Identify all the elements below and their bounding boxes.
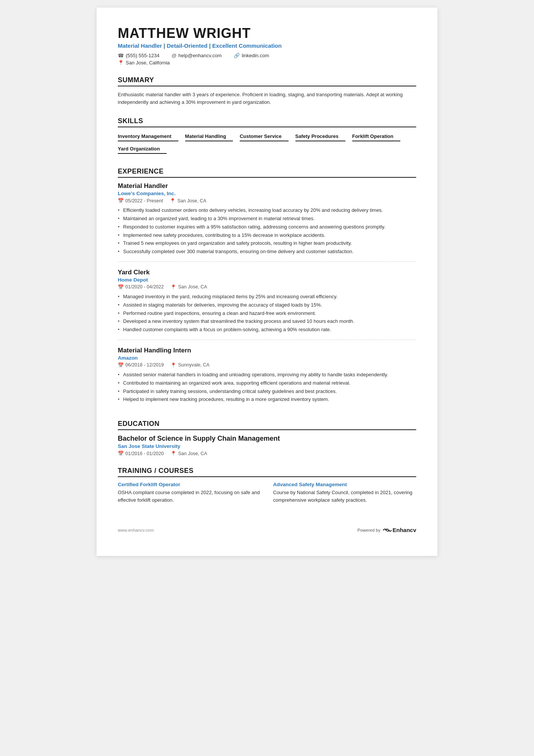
company-name-2: Home Depot xyxy=(118,277,416,283)
edu-location: 📍 San Jose, CA xyxy=(170,451,207,456)
edu-dates: 📅 01/2016 - 01/2020 xyxy=(118,451,164,456)
location-icon: 📍 xyxy=(170,451,176,456)
bullet-item: Implemented new safety procedures, contr… xyxy=(118,232,416,239)
calendar-icon: 📅 xyxy=(118,198,124,203)
bullet-item: Efficiently loaded customer orders onto … xyxy=(118,207,416,214)
bullet-item: Contributed to maintaining an organized … xyxy=(118,379,416,387)
bullet-item: Handled customer complaints with a focus… xyxy=(118,326,416,334)
phone-icon: ☎ xyxy=(118,53,124,58)
skill-item: Inventory Management xyxy=(118,132,178,141)
resume-document: MATTHEW WRIGHT Material Handler | Detail… xyxy=(97,8,437,556)
calendar-icon: 📅 xyxy=(118,284,124,290)
training-desc-1: OSHA compliant course completed in 2022,… xyxy=(118,489,261,504)
footer-brand: Powered by Enhancv xyxy=(358,527,416,533)
training-item-1: Certified Forklift Operator OSHA complia… xyxy=(118,482,261,504)
training-item-2: Advanced Safety Management Course by Nat… xyxy=(273,482,416,504)
company-name-1: Lowe's Companies, Inc. xyxy=(118,191,416,196)
summary-text: Enthusiastic material handler with 3 yea… xyxy=(118,91,416,107)
bullet-item: Assisted in staging materials for delive… xyxy=(118,301,416,309)
job-block-1: Material Handler Lowe's Companies, Inc. … xyxy=(118,182,416,262)
bullet-item: Developed a new inventory system that st… xyxy=(118,318,416,326)
bullet-item: Responded to customer inquiries with a 9… xyxy=(118,223,416,231)
job-meta-3: 📅 06/2018 - 12/2019 📍 Sunnyvale, CA xyxy=(118,362,416,368)
summary-title: SUMMARY xyxy=(118,76,416,86)
edu-meta: 📅 01/2016 - 01/2020 📍 San Jose, CA xyxy=(118,451,416,456)
enhancv-logo: Enhancv xyxy=(383,527,416,533)
location-contact: 📍 San Jose, California xyxy=(118,60,170,66)
job-block-2: Yard Clerk Home Depot 📅 01/2020 - 04/202… xyxy=(118,269,416,340)
calendar-icon: 📅 xyxy=(118,362,124,368)
company-name-3: Amazon xyxy=(118,355,416,361)
job-meta-2: 📅 01/2020 - 04/2022 📍 San Jose, CA xyxy=(118,284,416,290)
bullet-item: Maintained an organized yard, leading to… xyxy=(118,215,416,223)
phone-contact: ☎ (555) 555-1234 xyxy=(118,53,159,58)
bullet-item: Performed routine yard inspections, ensu… xyxy=(118,310,416,318)
email-contact: @ help@enhancv.com xyxy=(172,53,222,58)
summary-section: SUMMARY Enthusiastic material handler wi… xyxy=(118,76,416,107)
skill-item: Material Handling xyxy=(185,132,233,141)
experience-title: EXPERIENCE xyxy=(118,167,416,178)
skill-item: Yard Organization xyxy=(118,144,167,154)
contact-line-2: 📍 San Jose, California xyxy=(118,60,416,66)
job-dates-3: 📅 06/2018 - 12/2019 xyxy=(118,362,164,368)
job-meta-1: 📅 05/2022 - Present 📍 San Jose, CA xyxy=(118,198,416,203)
location-icon: 📍 xyxy=(170,362,176,368)
location-icon: 📍 xyxy=(118,60,124,66)
training-desc-2: Course by National Safety Council, compl… xyxy=(273,489,416,504)
location-icon: 📍 xyxy=(170,284,176,290)
job-location-3: 📍 Sunnyvale, CA xyxy=(170,362,209,368)
job-dates-1: 📅 05/2022 - Present xyxy=(118,198,163,203)
skills-section: SKILLS Inventory Management Material Han… xyxy=(118,117,416,157)
header-section: MATTHEW WRIGHT Material Handler | Detail… xyxy=(118,26,416,66)
skills-list: Inventory Management Material Handling C… xyxy=(118,132,416,157)
bullet-item: Successfully completed over 300 material… xyxy=(118,248,416,256)
job-dates-2: 📅 01/2020 - 04/2022 xyxy=(118,284,164,290)
skill-item: Customer Service xyxy=(240,132,289,141)
contact-line-1: ☎ (555) 555-1234 @ help@enhancv.com 🔗 li… xyxy=(118,53,416,58)
job-location-1: 📍 San Jose, CA xyxy=(170,198,206,203)
training-title-1: Certified Forklift Operator xyxy=(118,482,261,487)
location-icon: 📍 xyxy=(170,198,176,203)
training-section: TRAINING / COURSES Certified Forklift Op… xyxy=(118,467,416,504)
education-block-1: Bachelor of Science in Supply Chain Mana… xyxy=(118,435,416,456)
bullet-item: Participated in safety training sessions… xyxy=(118,388,416,396)
training-title-2: Advanced Safety Management xyxy=(273,482,416,487)
job-location-2: 📍 San Jose, CA xyxy=(170,284,207,290)
page-footer: www.enhancv.com Powered by Enhancv xyxy=(118,527,416,533)
edu-degree: Bachelor of Science in Supply Chain Mana… xyxy=(118,435,416,443)
job-bullets-1: Efficiently loaded customer orders onto … xyxy=(118,207,416,256)
candidate-name: MATTHEW WRIGHT xyxy=(118,26,416,41)
bullet-item: Assisted senior material handlers in loa… xyxy=(118,371,416,379)
job-bullets-2: Managed inventory in the yard, reducing … xyxy=(118,293,416,334)
skill-item: Forklift Operation xyxy=(352,132,400,141)
bullet-item: Helped to implement new tracking procedu… xyxy=(118,396,416,404)
job-title-2: Yard Clerk xyxy=(118,269,416,276)
skills-title: SKILLS xyxy=(118,117,416,127)
linkedin-icon: 🔗 xyxy=(234,53,240,58)
education-section: EDUCATION Bachelor of Science in Supply … xyxy=(118,420,416,456)
training-title: TRAINING / COURSES xyxy=(118,467,416,477)
bullet-item: Trained 5 new employees on yard organiza… xyxy=(118,239,416,247)
training-grid: Certified Forklift Operator OSHA complia… xyxy=(118,482,416,504)
linkedin-contact[interactable]: 🔗 linkedin.com xyxy=(234,53,269,58)
job-title-3: Material Handling Intern xyxy=(118,347,416,354)
job-bullets-3: Assisted senior material handlers in loa… xyxy=(118,371,416,404)
edu-institution: San Jose State University xyxy=(118,443,416,449)
experience-section: EXPERIENCE Material Handler Lowe's Compa… xyxy=(118,167,416,409)
bullet-item: Managed inventory in the yard, reducing … xyxy=(118,293,416,301)
skill-item: Safety Procedures xyxy=(295,132,345,141)
job-title-1: Material Handler xyxy=(118,182,416,190)
job-block-3: Material Handling Intern Amazon 📅 06/201… xyxy=(118,347,416,409)
education-title: EDUCATION xyxy=(118,420,416,430)
footer-website: www.enhancv.com xyxy=(118,528,154,532)
enhancv-brand-icon xyxy=(383,527,392,533)
email-icon: @ xyxy=(172,53,176,58)
candidate-title: Material Handler | Detail-Oriented | Exc… xyxy=(118,42,416,49)
calendar-icon: 📅 xyxy=(118,451,124,456)
